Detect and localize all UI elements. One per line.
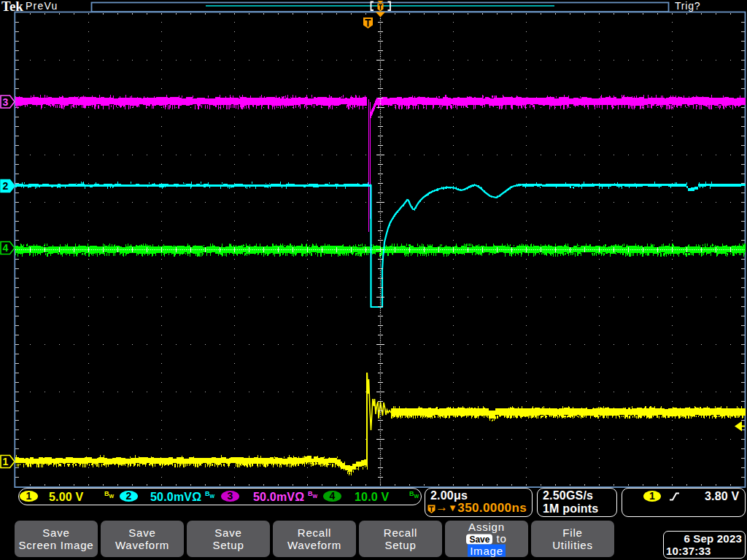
svg-text:3: 3 [3, 96, 9, 108]
svg-text:4: 4 [3, 242, 9, 254]
svg-text:2: 2 [3, 180, 9, 192]
svg-text:1: 1 [3, 456, 9, 467]
